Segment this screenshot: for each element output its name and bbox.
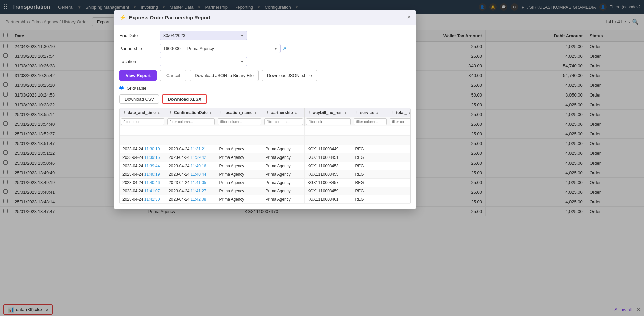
empty-row xyxy=(120,126,411,136)
inner-waybill: KGX1110008461 xyxy=(305,195,352,204)
view-report-button[interactable]: View Report xyxy=(119,70,157,81)
filter-cell-1 xyxy=(166,117,216,126)
inner-location: Prima Agency xyxy=(216,162,263,170)
inner-service: REG xyxy=(352,179,388,187)
bolt-icon: ⚡ xyxy=(119,14,126,21)
filter-input-4[interactable] xyxy=(306,118,351,125)
inner-col-location_name: ⋮location_name▲ xyxy=(216,108,263,117)
filter-cell-2 xyxy=(216,117,263,126)
inner-location: Prima Agency xyxy=(216,153,263,162)
col-sort-arrow[interactable]: ▲ xyxy=(376,111,379,115)
inner-conf-date: 2023-04-24 11:41:27 xyxy=(166,187,216,195)
filter-cell-3 xyxy=(263,117,305,126)
modal-title: ⚡ Express Order Partnership Report xyxy=(119,14,210,21)
grid-table-label[interactable]: Grid/Table xyxy=(127,86,146,91)
end-date-field[interactable]: 30/04/2023 ▾ xyxy=(160,31,247,40)
filter-input-0[interactable] xyxy=(121,118,164,125)
inner-service: REG xyxy=(352,170,388,179)
filter-input-1[interactable] xyxy=(167,118,215,125)
inner-conf-date: 2023-04-24 11:42:08 xyxy=(166,195,216,204)
inner-service: REG xyxy=(352,145,388,153)
inner-partnership: Prima Agency xyxy=(263,187,305,195)
inner-partnership: Prima Agency xyxy=(263,162,305,170)
modal-close-button[interactable]: × xyxy=(407,14,411,21)
inner-location: Prima Agency xyxy=(216,170,263,179)
inner-table-row: 2023-04-24 11:40:46 2023-04-24 11:41:05 … xyxy=(120,179,411,187)
inner-col-date_and_time: ⋮date_and_time▲ xyxy=(120,108,166,117)
modal: ⚡ Express Order Partnership Report × End… xyxy=(114,10,416,209)
inner-date: 2023-04-24 11:39:15 xyxy=(120,153,166,162)
inner-partnership: Prima Agency xyxy=(263,153,305,162)
cancel-button[interactable]: Cancel xyxy=(160,70,186,81)
inner-col-total_: ⋮total_▲ xyxy=(388,108,411,117)
col-sort-icon: ⋮ xyxy=(122,111,126,115)
col-sort-icon: ⋮ xyxy=(355,111,359,115)
inner-conf-date: 2023-04-24 11:31:21 xyxy=(166,145,216,153)
inner-location: Prima Agency xyxy=(216,145,263,153)
filter-input-6[interactable] xyxy=(390,118,411,125)
download-json-txt-button[interactable]: Download JSON txt file xyxy=(262,70,317,81)
partnership-label: Partnership xyxy=(119,46,160,51)
partner-dropdown-icon: ▾ xyxy=(275,46,277,51)
modal-body: End Date 30/04/2023 ▾ Partnership 160000… xyxy=(114,25,416,209)
inner-conf-date: 2023-04-24 11:40:44 xyxy=(166,170,216,179)
location-field[interactable]: ▾ xyxy=(160,57,247,66)
col-sort-arrow[interactable]: ▲ xyxy=(344,111,347,115)
modal-header: ⚡ Express Order Partnership Report × xyxy=(114,10,416,25)
filter-input-3[interactable] xyxy=(264,118,303,125)
inner-waybill: KGX1110008459 xyxy=(305,187,352,195)
inner-total xyxy=(388,170,411,179)
col-sort-arrow[interactable]: ▲ xyxy=(294,111,298,115)
download-xlsx-button[interactable]: Download XLSX xyxy=(162,94,207,104)
partnership-row: Partnership 1600000 — Prima Agency ▾ ↗ xyxy=(119,44,411,53)
inner-conf-date: 2023-04-24 11:41:05 xyxy=(166,179,216,187)
filter-cell-6 xyxy=(388,117,411,126)
grid-table-radio[interactable] xyxy=(119,86,124,90)
radio-row: Grid/Table xyxy=(119,86,411,91)
col-sort-icon: ⋮ xyxy=(266,111,269,115)
inner-table-row: 2023-04-24 11:39:15 2023-04-24 11:39:42 … xyxy=(120,153,411,162)
partnership-value: 1600000 — Prima Agency xyxy=(163,46,214,51)
inner-conf-date: 2023-04-24 11:39:42 xyxy=(166,153,216,162)
partnership-field[interactable]: 1600000 — Prima Agency ▾ xyxy=(160,44,281,53)
inner-table-row: 2023-04-24 11:39:44 2023-04-24 11:40:16 … xyxy=(120,162,411,170)
inner-total xyxy=(388,187,411,195)
download-csv-button[interactable]: Download CSV xyxy=(119,94,159,104)
inner-date: 2023-04-24 11:39:44 xyxy=(120,162,166,170)
inner-table-row: 2023-04-24 11:41:30 2023-04-24 11:42:08 … xyxy=(120,195,411,204)
inner-col-ConfirmationDate: ⋮ConfirmationDate▲ xyxy=(166,108,216,117)
inner-waybill: KGX1110008451 xyxy=(305,153,352,162)
inner-conf-date: 2023-04-24 11:40:16 xyxy=(166,162,216,170)
inner-service: REG xyxy=(352,153,388,162)
modal-title-text: Express Order Partnership Report xyxy=(129,15,210,20)
download-json-binary-button[interactable]: Download JSON to Binary File xyxy=(190,70,259,81)
filter-input-5[interactable] xyxy=(354,118,387,125)
inner-waybill: KGX1110008457 xyxy=(305,179,352,187)
inner-table-row: 2023-04-24 11:41:07 2023-04-24 11:41:27 … xyxy=(120,187,411,195)
inner-date: 2023-04-24 11:40:46 xyxy=(120,179,166,187)
col-sort-arrow[interactable]: ▲ xyxy=(254,111,257,115)
inner-service: REG xyxy=(352,187,388,195)
inner-table-row: 2023-04-24 11:40:19 2023-04-24 11:40:44 … xyxy=(120,170,411,179)
action-buttons-row: View Report Cancel Download JSON to Bina… xyxy=(119,70,411,81)
col-sort-arrow[interactable]: ▲ xyxy=(209,111,212,115)
inner-col-waybill_no_resi: ⋮waybill_no_resi▲ xyxy=(305,108,352,117)
inner-service: REG xyxy=(352,195,388,204)
col-sort-arrow[interactable]: ▲ xyxy=(157,111,160,115)
inner-partnership: Prima Agency xyxy=(263,145,305,153)
inner-table: ⋮date_and_time▲⋮ConfirmationDate▲⋮locati… xyxy=(120,108,411,204)
empty-row xyxy=(120,136,411,145)
inner-waybill: KGX1110008449 xyxy=(305,145,352,153)
inner-date: 2023-04-24 11:41:30 xyxy=(120,195,166,204)
filter-cell-5 xyxy=(352,117,388,126)
col-sort-icon: ⋮ xyxy=(169,111,172,115)
inner-total xyxy=(388,162,411,170)
location-label: Location xyxy=(119,59,160,64)
inner-date: 2023-04-24 11:30:10 xyxy=(120,145,166,153)
inner-date: 2023-04-24 11:41:07 xyxy=(120,187,166,195)
col-sort-icon: ⋮ xyxy=(391,111,395,115)
external-link-icon[interactable]: ↗ xyxy=(283,46,286,51)
filter-input-2[interactable] xyxy=(218,118,261,125)
inner-service: REG xyxy=(352,162,388,170)
col-sort-arrow[interactable]: ▲ xyxy=(408,111,411,115)
